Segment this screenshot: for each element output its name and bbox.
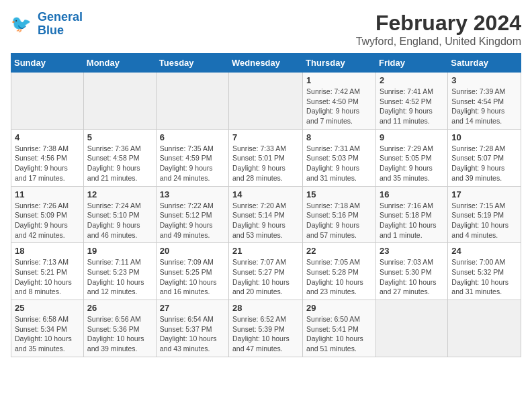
month-year: February 2024 xyxy=(356,11,521,36)
calendar-cell: 5Sunrise: 7:36 AM Sunset: 4:58 PM Daylig… xyxy=(83,129,156,186)
day-number: 4 xyxy=(15,132,80,142)
day-number: 29 xyxy=(306,303,372,313)
week-row-3: 11Sunrise: 7:26 AM Sunset: 5:09 PM Dayli… xyxy=(11,186,521,243)
week-row-4: 18Sunrise: 7:13 AM Sunset: 5:21 PM Dayli… xyxy=(11,243,521,300)
day-info: Sunrise: 7:26 AM Sunset: 5:09 PM Dayligh… xyxy=(15,201,80,240)
day-info: Sunrise: 7:33 AM Sunset: 5:01 PM Dayligh… xyxy=(232,144,299,183)
calendar-cell: 3Sunrise: 7:39 AM Sunset: 4:54 PM Daylig… xyxy=(448,73,521,130)
calendar-cell: 25Sunrise: 6:58 AM Sunset: 5:34 PM Dayli… xyxy=(11,300,84,357)
day-number: 7 xyxy=(232,132,299,142)
weekday-header-tuesday: Tuesday xyxy=(156,54,228,73)
day-info: Sunrise: 7:16 AM Sunset: 5:18 PM Dayligh… xyxy=(380,201,444,240)
day-number: 27 xyxy=(160,303,225,313)
calendar-cell: 7Sunrise: 7:33 AM Sunset: 5:01 PM Daylig… xyxy=(229,129,303,186)
day-number: 11 xyxy=(15,189,80,199)
day-info: Sunrise: 6:52 AM Sunset: 5:39 PM Dayligh… xyxy=(232,314,299,354)
weekday-header-thursday: Thursday xyxy=(303,54,376,73)
week-row-5: 25Sunrise: 6:58 AM Sunset: 5:34 PM Dayli… xyxy=(11,300,521,357)
calendar-cell: 22Sunrise: 7:05 AM Sunset: 5:28 PM Dayli… xyxy=(303,243,376,300)
calendar-cell: 4Sunrise: 7:38 AM Sunset: 4:56 PM Daylig… xyxy=(11,129,84,186)
calendar-cell xyxy=(156,73,228,130)
day-info: Sunrise: 7:09 AM Sunset: 5:25 PM Dayligh… xyxy=(160,257,225,297)
weekday-header-saturday: Saturday xyxy=(448,54,521,73)
day-number: 23 xyxy=(380,246,444,256)
weekday-header-monday: Monday xyxy=(83,54,156,73)
calendar-cell xyxy=(83,73,156,130)
day-info: Sunrise: 7:07 AM Sunset: 5:27 PM Dayligh… xyxy=(232,257,299,297)
day-info: Sunrise: 7:20 AM Sunset: 5:14 PM Dayligh… xyxy=(232,201,299,240)
day-info: Sunrise: 7:39 AM Sunset: 4:54 PM Dayligh… xyxy=(451,87,517,126)
calendar-cell: 18Sunrise: 7:13 AM Sunset: 5:21 PM Dayli… xyxy=(11,243,84,300)
calendar-cell xyxy=(11,73,84,130)
day-info: Sunrise: 7:00 AM Sunset: 5:32 PM Dayligh… xyxy=(451,257,517,297)
day-info: Sunrise: 7:15 AM Sunset: 5:19 PM Dayligh… xyxy=(451,201,517,240)
day-info: Sunrise: 6:50 AM Sunset: 5:41 PM Dayligh… xyxy=(306,314,372,354)
calendar-cell: 27Sunrise: 6:54 AM Sunset: 5:37 PM Dayli… xyxy=(156,300,228,357)
day-number: 21 xyxy=(232,246,299,256)
day-info: Sunrise: 7:36 AM Sunset: 4:58 PM Dayligh… xyxy=(87,144,152,183)
calendar-cell: 9Sunrise: 7:29 AM Sunset: 5:05 PM Daylig… xyxy=(375,129,447,186)
weekday-header-wednesday: Wednesday xyxy=(229,54,303,73)
day-number: 28 xyxy=(232,303,299,313)
calendar-cell xyxy=(375,300,447,357)
calendar-cell: 28Sunrise: 6:52 AM Sunset: 5:39 PM Dayli… xyxy=(229,300,303,357)
calendar-cell: 11Sunrise: 7:26 AM Sunset: 5:09 PM Dayli… xyxy=(11,186,84,243)
weekday-header-sunday: Sunday xyxy=(11,54,84,73)
day-number: 5 xyxy=(87,132,152,142)
day-number: 17 xyxy=(451,189,517,199)
logo-general: General xyxy=(38,10,83,24)
day-info: Sunrise: 7:42 AM Sunset: 4:50 PM Dayligh… xyxy=(306,87,372,126)
day-number: 14 xyxy=(232,189,299,199)
calendar-table: SundayMondayTuesdayWednesdayThursdayFrid… xyxy=(11,53,521,357)
day-info: Sunrise: 6:58 AM Sunset: 5:34 PM Dayligh… xyxy=(15,314,80,354)
logo-icon: 🐦 xyxy=(11,14,35,34)
calendar-cell xyxy=(229,73,303,130)
day-number: 22 xyxy=(306,246,372,256)
day-number: 20 xyxy=(160,246,225,256)
calendar-cell: 23Sunrise: 7:03 AM Sunset: 5:30 PM Dayli… xyxy=(375,243,447,300)
day-info: Sunrise: 6:56 AM Sunset: 5:36 PM Dayligh… xyxy=(87,314,152,354)
weekday-header-friday: Friday xyxy=(375,54,447,73)
day-number: 6 xyxy=(160,132,225,142)
calendar-cell: 12Sunrise: 7:24 AM Sunset: 5:10 PM Dayli… xyxy=(83,186,156,243)
day-info: Sunrise: 7:28 AM Sunset: 5:07 PM Dayligh… xyxy=(451,144,517,183)
day-number: 13 xyxy=(160,189,225,199)
day-number: 19 xyxy=(87,246,152,256)
calendar-cell: 20Sunrise: 7:09 AM Sunset: 5:25 PM Dayli… xyxy=(156,243,228,300)
day-number: 9 xyxy=(380,132,444,142)
day-number: 25 xyxy=(15,303,80,313)
day-info: Sunrise: 7:29 AM Sunset: 5:05 PM Dayligh… xyxy=(380,144,444,183)
calendar-cell: 29Sunrise: 6:50 AM Sunset: 5:41 PM Dayli… xyxy=(303,300,376,357)
title-block: February 2024 Twyford, England, United K… xyxy=(356,11,521,48)
day-info: Sunrise: 7:11 AM Sunset: 5:23 PM Dayligh… xyxy=(87,257,152,297)
day-number: 15 xyxy=(306,189,372,199)
day-number: 26 xyxy=(87,303,152,313)
calendar-cell: 14Sunrise: 7:20 AM Sunset: 5:14 PM Dayli… xyxy=(229,186,303,243)
day-number: 16 xyxy=(380,189,444,199)
calendar-cell: 15Sunrise: 7:18 AM Sunset: 5:16 PM Dayli… xyxy=(303,186,376,243)
day-info: Sunrise: 7:41 AM Sunset: 4:52 PM Dayligh… xyxy=(380,87,444,126)
calendar-cell: 1Sunrise: 7:42 AM Sunset: 4:50 PM Daylig… xyxy=(303,73,376,130)
day-number: 8 xyxy=(306,132,372,142)
logo: 🐦 General Blue xyxy=(11,11,83,38)
day-number: 18 xyxy=(15,246,80,256)
calendar-cell xyxy=(448,300,521,357)
location: Twyford, England, United Kingdom xyxy=(356,36,521,48)
calendar-cell: 24Sunrise: 7:00 AM Sunset: 5:32 PM Dayli… xyxy=(448,243,521,300)
day-number: 24 xyxy=(451,246,517,256)
day-info: Sunrise: 7:18 AM Sunset: 5:16 PM Dayligh… xyxy=(306,201,372,240)
day-info: Sunrise: 7:35 AM Sunset: 4:59 PM Dayligh… xyxy=(160,144,225,183)
calendar-cell: 6Sunrise: 7:35 AM Sunset: 4:59 PM Daylig… xyxy=(156,129,228,186)
calendar-cell: 16Sunrise: 7:16 AM Sunset: 5:18 PM Dayli… xyxy=(375,186,447,243)
day-info: Sunrise: 7:38 AM Sunset: 4:56 PM Dayligh… xyxy=(15,144,80,183)
svg-text:🐦: 🐦 xyxy=(11,14,32,34)
day-info: Sunrise: 7:22 AM Sunset: 5:12 PM Dayligh… xyxy=(160,201,225,240)
calendar-cell: 19Sunrise: 7:11 AM Sunset: 5:23 PM Dayli… xyxy=(83,243,156,300)
page-header: 🐦 General Blue February 2024 Twyford, En… xyxy=(11,11,521,48)
calendar-cell: 13Sunrise: 7:22 AM Sunset: 5:12 PM Dayli… xyxy=(156,186,228,243)
day-info: Sunrise: 7:03 AM Sunset: 5:30 PM Dayligh… xyxy=(380,257,444,297)
week-row-1: 1Sunrise: 7:42 AM Sunset: 4:50 PM Daylig… xyxy=(11,73,521,130)
day-number: 1 xyxy=(306,75,372,85)
day-number: 3 xyxy=(451,75,517,85)
day-number: 12 xyxy=(87,189,152,199)
